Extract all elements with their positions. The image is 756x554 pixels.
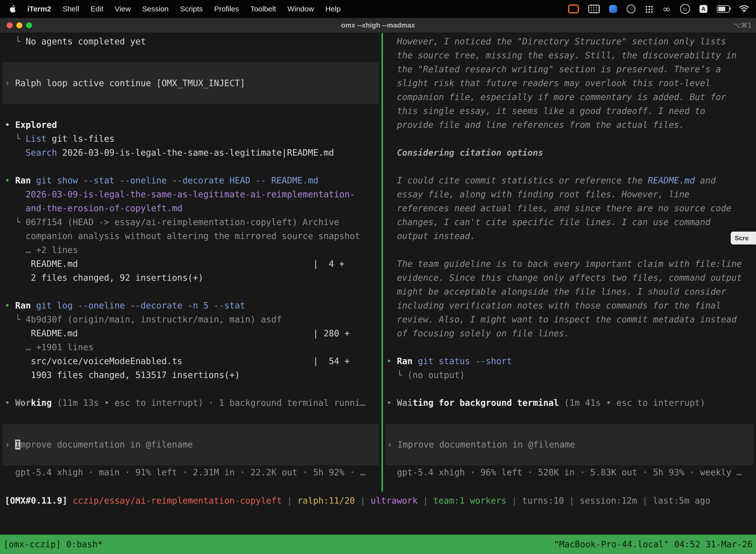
terminal-line: provide file and line references from th… [383, 118, 756, 132]
menu-item-edit[interactable]: Edit [90, 5, 104, 13]
text-segment: and-the-erosion-of-copyleft.md [25, 203, 182, 213]
text-segment: Wai [397, 398, 413, 408]
terminal-line: the "Related research writing" section i… [383, 62, 756, 76]
text-segment: the "Related research writing" section i… [386, 64, 721, 74]
terminal-line: • Working (11m 13s • esc to interrupt) ·… [0, 396, 381, 410]
screen-recording-indicator-icon[interactable] [568, 4, 579, 13]
grid-dots-icon[interactable] [645, 5, 653, 13]
left-pane[interactable]: └ No agents completed yet› Ralph loop ac… [0, 33, 381, 493]
text-segment: essay file, along with finding root file… [386, 189, 690, 199]
text-segment: this single essay, it seems like a good … [386, 106, 705, 116]
pane-status-line: gpt-5.4 xhigh · main · 91% left · 2.31M … [0, 465, 381, 479]
zoom-button[interactable] [26, 22, 32, 28]
text-segment: └ [5, 37, 25, 46]
text-segment: I [15, 440, 20, 449]
screen: iTerm2 ShellEditViewSessionScriptsProfil… [0, 0, 756, 554]
terminal-line: README.md | 280 + [0, 326, 381, 340]
menu-item-session[interactable]: Session [142, 5, 169, 13]
terminal-line: evidence. Since this change only affects… [383, 271, 756, 285]
text-segment: • [5, 120, 15, 130]
menu-item-iterm2[interactable]: iTerm2 [27, 5, 51, 13]
text-segment: No agents completed yet [25, 37, 146, 46]
text-segment: › [5, 78, 15, 88]
text-segment: (11m 13s • esc to interrupt) · 1 backgro… [52, 398, 365, 408]
minimize-button[interactable] [16, 22, 22, 28]
terminal-line: └ 4b9d30f (origin/main, instructkr/main,… [0, 313, 381, 326]
text-segment: including verification notes with those … [386, 300, 721, 311]
terminal-line: essay file, along with finding root file… [383, 187, 756, 201]
close-button[interactable] [7, 22, 13, 28]
text-segment: └ [386, 370, 407, 380]
text-segment: 067f154 (HEAD -> essay/ai-reimplementati… [25, 217, 339, 227]
text-segment: src/voice/voiceModeEnabled.ts | 54 + [5, 356, 350, 366]
terminal-line: • Ran git status --short [383, 354, 756, 368]
text-segment: 2026-03-09-is-legal-the-same-as-legitima… [25, 189, 355, 199]
text-segment: └ [5, 315, 25, 324]
screen-share-overlay[interactable]: Scre [731, 232, 756, 244]
menu-item-toolbelt[interactable]: Toolbelt [251, 5, 276, 13]
blank-line [383, 160, 756, 173]
menu-item-scripts[interactable]: Scripts [180, 5, 203, 13]
text-segment: git log --oneline --decorate -n 5 --stat [36, 300, 245, 311]
blue-app-icon[interactable] [609, 5, 617, 13]
text-segment: output instead. [386, 231, 475, 241]
terminal-line: • Explored [0, 118, 381, 132]
text-segment: Ran [397, 356, 413, 366]
text-segment: git ls-files [47, 134, 115, 144]
terminal-line: src/voice/voiceModeEnabled.ts | 54 + [0, 354, 381, 368]
blank-line [0, 160, 381, 173]
terminal-line: I could cite commit statistics or refere… [383, 173, 756, 187]
text-segment: └ [5, 217, 25, 227]
text-segment: README.md | 280 + [5, 328, 350, 338]
input-source-icon[interactable]: A [699, 5, 707, 13]
text-segment: 2026-03-09-is-legal-the-same-as-legitima… [57, 148, 334, 158]
text-segment: session:12m [580, 496, 637, 506]
menu-item-window[interactable]: Window [288, 5, 314, 13]
text-segment: evidence. Since this change only affects… [386, 273, 742, 283]
terminal-line: └ No agents completed yet [0, 35, 381, 48]
text-segment: git show --stat --oneline --decorate HEA… [36, 175, 318, 185]
menu-item-shell[interactable]: Shell [63, 5, 79, 13]
apple-menu-icon[interactable] [9, 5, 16, 13]
command-input[interactable]: › Improve documentation in @filename [2, 424, 379, 465]
text-segment: └ [5, 134, 25, 144]
command-input[interactable]: › Improve documentation in @filename [385, 424, 754, 465]
dark-app-icon[interactable] [627, 4, 635, 13]
text-segment: • [5, 175, 15, 185]
tmux-session-window[interactable]: [omx-cczip] 0:bash* [3, 539, 103, 549]
menu-items: ShellEditViewSessionScriptsProfilesToolb… [63, 5, 340, 13]
inject-banner[interactable]: › Ralph loop active continue [OMX_TMUX_I… [2, 62, 379, 104]
right-pane[interactable]: However, I noticed the "Directory Struct… [383, 33, 756, 493]
terminal-line: the source tree, missing the essay. Stil… [383, 48, 756, 62]
text-segment: companion file, especially if more comme… [386, 92, 726, 102]
window-title-bar[interactable]: omx --xhigh --madmax ⌥⌘1 [0, 18, 756, 33]
text-segment: might be acceptable alongside the file l… [386, 287, 726, 296]
text-segment: README.md | 4 + [5, 259, 344, 269]
pane-status-line: gpt-5.4 xhigh · 96% left · 520K in · 5.8… [383, 465, 756, 479]
terminal-line: └ (no output) [383, 368, 756, 382]
menu-item-view[interactable]: View [115, 5, 131, 13]
text-segment: Ran [15, 175, 31, 185]
menu-item-help[interactable]: Help [325, 5, 341, 13]
battery-icon[interactable] [717, 5, 730, 13]
text-segment: slight risk that future readers may over… [386, 78, 710, 88]
blank-line [383, 243, 756, 257]
text-segment: Wor [15, 398, 31, 408]
gauge-icon[interactable]: 61 [680, 4, 690, 14]
text-segment: mprove documentation in @filename [20, 440, 193, 449]
blank-line [383, 382, 756, 396]
blank-line [383, 340, 756, 354]
menu-item-profiles[interactable]: Profiles [214, 5, 239, 13]
terminal-line: companion file, especially if more comme… [383, 90, 756, 104]
prompt-line: › Ralph loop active continue [OMX_TMUX_I… [2, 76, 245, 90]
text-segment: | [564, 496, 580, 506]
wifi-icon[interactable] [739, 4, 749, 14]
infinity-icon[interactable]: ∞ [663, 4, 671, 14]
blank-line [0, 410, 381, 424]
keyboard-icon[interactable] [588, 5, 600, 13]
terminal-line: 2 files changed, 92 insertions(+) [0, 271, 381, 285]
terminal-line: including verification notes with those … [383, 298, 756, 313]
text-segment: and [695, 175, 715, 185]
text-segment [5, 189, 25, 199]
text-segment: companion analysis without altering the … [5, 231, 360, 241]
